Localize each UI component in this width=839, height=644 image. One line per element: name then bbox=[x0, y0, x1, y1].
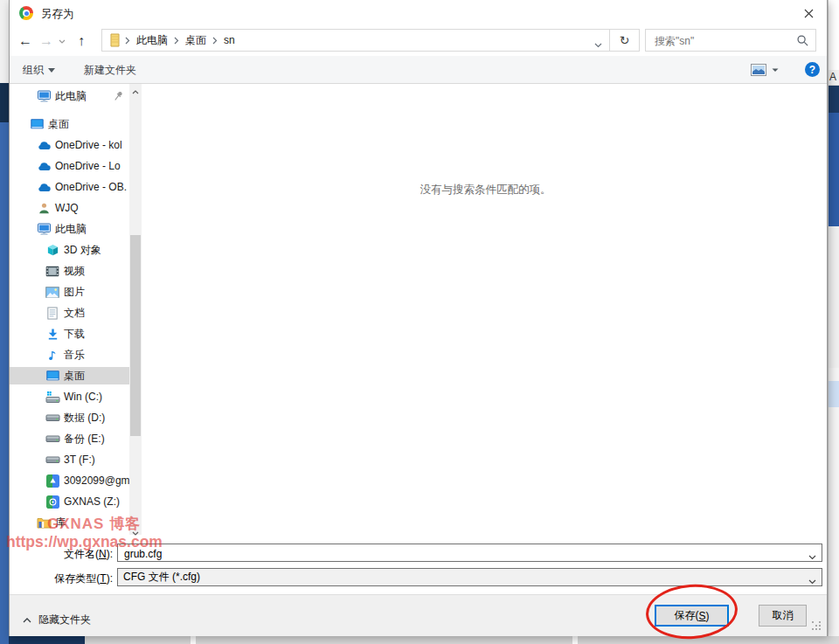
breadcrumb-item[interactable]: 此电脑 bbox=[131, 33, 173, 48]
search-input[interactable] bbox=[653, 31, 796, 52]
new-folder-button[interactable]: 新建文件夹 bbox=[84, 56, 136, 84]
background-right-strip: A bbox=[828, 0, 839, 644]
chevron-down-icon bbox=[808, 575, 816, 587]
tree-item-label: 备份 (E:) bbox=[64, 432, 105, 447]
save-as-dialog: 另存为 ← → ↑ 此电脑桌面sn bbox=[9, 0, 828, 636]
chevron-down-icon[interactable] bbox=[808, 551, 816, 563]
tree-item-label: WJQ bbox=[55, 202, 79, 214]
tree-item[interactable]: 备份 (E:) bbox=[10, 430, 129, 447]
tree-item-label: 3092099@gm bbox=[64, 474, 129, 487]
tree-item[interactable]: 图片 bbox=[10, 283, 129, 301]
resize-grip[interactable] bbox=[812, 621, 822, 632]
tree-item-label: 图片 bbox=[64, 285, 85, 300]
tree-item-label: Win (C:) bbox=[64, 391, 102, 403]
chevron-right-icon bbox=[212, 37, 218, 45]
help-button[interactable]: ? bbox=[805, 62, 820, 77]
new-folder-label: 新建文件夹 bbox=[84, 63, 136, 78]
hide-folders-label: 隐藏文件夹 bbox=[38, 613, 91, 627]
picture-icon bbox=[45, 285, 60, 299]
filename-label: 文件名(N): bbox=[10, 547, 113, 562]
tree-item[interactable]: 此电脑 bbox=[10, 87, 129, 105]
tree-item-label: 视频 bbox=[64, 264, 85, 279]
savetype-dropdown[interactable]: CFG 文件 (*.cfg) bbox=[117, 568, 822, 586]
breadcrumb-item[interactable]: 桌面 bbox=[180, 33, 211, 48]
filename-input[interactable] bbox=[122, 545, 799, 562]
folder-icon bbox=[109, 33, 121, 47]
command-toolbar: 组织 新建文件夹 ? bbox=[10, 56, 827, 84]
cancel-button[interactable]: 取消 bbox=[759, 605, 807, 627]
organize-button[interactable]: 组织 bbox=[23, 56, 55, 84]
empty-results-message: 没有与搜索条件匹配的项。 bbox=[142, 183, 829, 197]
tree-item[interactable]: Win (C:) bbox=[10, 388, 129, 405]
background-divider bbox=[191, 636, 196, 644]
document-icon bbox=[45, 306, 60, 320]
chrome-icon bbox=[19, 6, 33, 20]
tree-item-label: 文档 bbox=[64, 306, 85, 321]
close-button[interactable] bbox=[790, 0, 827, 26]
tree-item[interactable]: 此电脑 bbox=[10, 220, 129, 238]
tree-item-label: OneDrive - Lo bbox=[55, 160, 121, 172]
breadcrumb-item[interactable]: sn bbox=[218, 34, 240, 46]
tree-item-label: 桌面 bbox=[64, 369, 85, 384]
filename-field[interactable] bbox=[117, 544, 822, 562]
back-button[interactable]: ← bbox=[18, 26, 32, 56]
tree-item[interactable]: 音乐 bbox=[10, 346, 129, 364]
tree-item-label: 3D 对象 bbox=[64, 243, 101, 258]
chevron-up-icon bbox=[23, 618, 31, 623]
tree-item-label: 库 bbox=[55, 516, 66, 530]
tree-item[interactable]: 视频 bbox=[10, 262, 129, 280]
tree-item[interactable]: OneDrive - kol bbox=[10, 136, 129, 154]
savetype-value: CFG 文件 (*.cfg) bbox=[123, 570, 200, 585]
forward-button[interactable]: → bbox=[39, 26, 53, 56]
drive-icon bbox=[45, 453, 60, 467]
title-bar: 另存为 bbox=[10, 0, 827, 26]
scroll-up-icon[interactable] bbox=[132, 85, 139, 97]
address-dropdown[interactable] bbox=[594, 38, 602, 51]
tree-item[interactable]: OneDrive - Lo bbox=[10, 157, 129, 175]
navigation-bar: ← → ↑ 此电脑桌面sn ↻ bbox=[10, 26, 827, 56]
drive-icon bbox=[45, 411, 60, 425]
tree-item-label: OneDrive - kol bbox=[55, 139, 122, 151]
search-box[interactable] bbox=[645, 29, 816, 52]
chevron-down-icon bbox=[59, 39, 66, 44]
tree-item[interactable]: 库 bbox=[10, 514, 129, 531]
tree-item-label: 音乐 bbox=[64, 348, 85, 363]
sidebar-scrollbar[interactable] bbox=[129, 84, 142, 535]
tree-item[interactable]: 桌面 bbox=[10, 367, 129, 384]
breadcrumb: 此电脑桌面sn bbox=[124, 33, 240, 48]
view-options-button[interactable] bbox=[751, 64, 779, 76]
dialog-title: 另存为 bbox=[41, 7, 74, 22]
onedrive-icon bbox=[36, 180, 52, 194]
pin-icon bbox=[113, 90, 124, 104]
tree-item-label: OneDrive - OB. bbox=[55, 181, 127, 193]
chevron-down-icon bbox=[48, 68, 55, 73]
background-text: A bbox=[829, 71, 836, 83]
tree-item[interactable]: 下载 bbox=[10, 325, 129, 343]
onedrive-icon bbox=[36, 159, 52, 173]
tree-item[interactable]: 3T (F:) bbox=[10, 451, 129, 468]
content-area: 此电脑桌面OneDrive - kolOneDrive - LoOneDrive… bbox=[10, 84, 827, 535]
scroll-down-icon[interactable] bbox=[132, 526, 139, 538]
tree-item[interactable]: 3092099@gm bbox=[10, 472, 129, 489]
background-left-strip bbox=[0, 0, 9, 644]
hide-folders-button[interactable]: 隐藏文件夹 bbox=[23, 613, 91, 627]
address-bar[interactable]: 此电脑桌面sn bbox=[101, 29, 610, 52]
tree-item[interactable]: 桌面 bbox=[10, 115, 129, 133]
tree-item[interactable]: 3D 对象 bbox=[10, 241, 129, 259]
tree-item[interactable]: GXNAS (Z:) bbox=[10, 493, 129, 510]
refresh-button[interactable]: ↻ bbox=[609, 29, 640, 52]
tree-item[interactable]: OneDrive - OB. bbox=[10, 178, 129, 196]
thumbnail-view-icon bbox=[751, 64, 766, 76]
onedrive-icon bbox=[36, 138, 52, 152]
tree-item[interactable]: 数据 (D:) bbox=[10, 409, 129, 426]
tree-item[interactable]: 文档 bbox=[10, 304, 129, 322]
history-dropdown[interactable] bbox=[59, 26, 66, 56]
tree-item[interactable]: WJQ bbox=[10, 199, 129, 217]
scrollbar-thumb[interactable] bbox=[130, 235, 141, 436]
desktop-icon bbox=[29, 117, 45, 131]
user-icon bbox=[36, 201, 52, 215]
drive-win-icon bbox=[45, 390, 60, 404]
up-button[interactable]: ↑ bbox=[78, 26, 85, 56]
tree-item-label: GXNAS (Z:) bbox=[64, 495, 120, 508]
background-bottom-navy bbox=[9, 636, 85, 644]
